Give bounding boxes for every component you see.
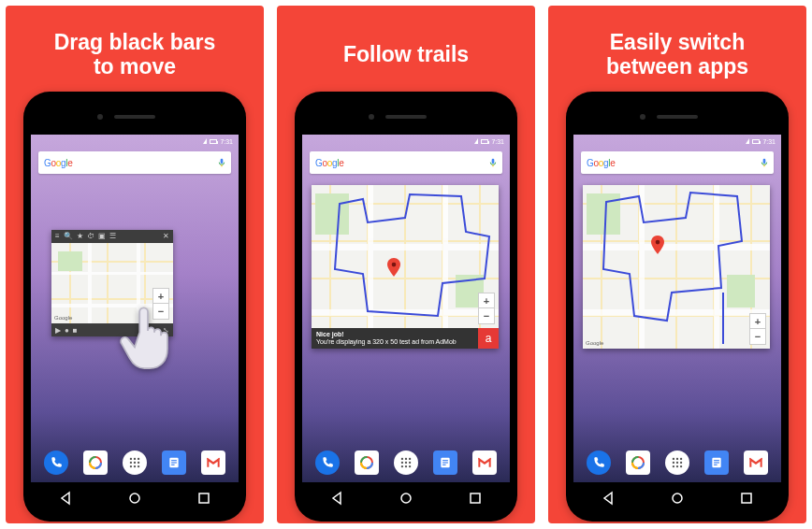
floating-map-window[interactable]: ≡ 🔍 ★ ⏱ ▣ ☰ ✕ Google xyxy=(51,230,173,336)
svg-point-57 xyxy=(676,465,678,467)
nav-recent-button[interactable] xyxy=(196,491,211,506)
svg-point-51 xyxy=(676,458,678,460)
google-search-bar[interactable]: Google xyxy=(310,151,502,174)
panel-1: Drag black bars to move 7:31 Google xyxy=(6,6,264,523)
floating-toolbar[interactable]: ≡ 🔍 ★ ⏱ ▣ ☰ ✕ xyxy=(51,230,173,243)
mic-icon[interactable] xyxy=(761,158,768,167)
status-bar: 7:31 xyxy=(31,135,239,148)
floating-map-window[interactable]: Google + − Nice job! You're displaying a… xyxy=(312,185,499,349)
photo-icon[interactable]: ▣ xyxy=(98,233,106,240)
zoom-controls[interactable]: + − xyxy=(152,288,169,320)
nav-home-button[interactable] xyxy=(399,491,413,506)
apps-drawer-icon[interactable] xyxy=(665,450,689,475)
stop-icon[interactable]: ■ xyxy=(73,326,78,335)
menu-icon[interactable]: ≡ xyxy=(55,233,60,240)
nav-home-button[interactable] xyxy=(127,491,142,506)
camera-app-icon[interactable] xyxy=(626,450,650,475)
gmail-app-icon[interactable] xyxy=(744,450,768,475)
nav-recent-button[interactable] xyxy=(739,491,754,506)
apps-drawer-icon[interactable] xyxy=(123,450,147,475)
map-provider-logo: Google xyxy=(586,340,603,346)
svg-rect-20 xyxy=(199,493,209,503)
gmail-app-icon[interactable] xyxy=(201,450,225,475)
docs-app-icon[interactable] xyxy=(704,450,729,475)
floating-map-window[interactable]: Google + − xyxy=(583,185,770,349)
floating-bottom-toolbar[interactable]: ▶ ● ■ ⤡ xyxy=(51,323,173,336)
zoom-in-button[interactable]: + xyxy=(479,293,494,308)
gmail-app-icon[interactable] xyxy=(472,450,497,475)
phone-app-icon[interactable] xyxy=(44,450,68,475)
android-nav-bar xyxy=(302,482,510,514)
svg-rect-16 xyxy=(171,460,177,461)
zoom-out-button[interactable]: − xyxy=(153,304,168,319)
star-icon[interactable]: ★ xyxy=(77,233,83,240)
battery-icon xyxy=(210,139,217,144)
docs-app-icon[interactable] xyxy=(433,450,457,475)
svg-rect-43 xyxy=(763,159,766,164)
svg-point-30 xyxy=(409,458,411,460)
layers-icon[interactable]: ☰ xyxy=(109,233,116,240)
zoom-controls[interactable]: + − xyxy=(478,293,495,324)
status-bar: 7:31 xyxy=(573,135,781,148)
zoom-controls[interactable]: + − xyxy=(749,313,766,345)
panel-title-2: Follow trails xyxy=(343,26,469,82)
svg-point-63 xyxy=(673,493,682,503)
svg-point-36 xyxy=(409,465,411,467)
play-icon[interactable]: ▶ xyxy=(55,326,61,335)
map-pin-icon[interactable] xyxy=(387,258,400,277)
battery-icon xyxy=(752,139,760,144)
status-time: 7:31 xyxy=(220,138,233,145)
zoom-out-button[interactable]: − xyxy=(750,329,765,344)
status-time: 7:31 xyxy=(491,138,504,145)
phone-screen: 7:31 Google xyxy=(302,135,510,482)
google-logo: Google xyxy=(44,158,72,168)
google-logo: Google xyxy=(587,158,615,168)
ad-headline: Nice job! xyxy=(316,331,478,338)
svg-point-8 xyxy=(138,458,139,460)
docs-app-icon[interactable] xyxy=(162,450,186,475)
svg-point-45 xyxy=(656,239,660,244)
zoom-in-button[interactable]: + xyxy=(750,314,765,329)
svg-point-6 xyxy=(130,458,132,460)
timer-icon[interactable]: ⏱ xyxy=(87,233,94,240)
map-view[interactable]: Google + − xyxy=(51,243,173,323)
phone-app-icon[interactable] xyxy=(587,450,611,475)
gps-trail xyxy=(312,185,499,349)
phone-frame: 7:31 Google ≡ 🔍 xyxy=(23,92,246,522)
dock xyxy=(302,443,510,482)
svg-rect-60 xyxy=(714,460,719,461)
svg-point-52 xyxy=(680,458,682,460)
zoom-out-button[interactable]: − xyxy=(479,308,494,323)
phone-app-icon[interactable] xyxy=(315,450,340,475)
svg-point-23 xyxy=(392,263,397,267)
google-search-bar[interactable]: Google xyxy=(38,151,231,174)
nav-recent-button[interactable] xyxy=(468,491,483,506)
svg-rect-17 xyxy=(171,462,177,463)
camera-app-icon[interactable] xyxy=(83,450,108,475)
search-icon[interactable]: 🔍 xyxy=(64,233,73,240)
map-pin-icon[interactable] xyxy=(651,236,664,254)
apps-drawer-icon[interactable] xyxy=(394,450,418,475)
svg-rect-0 xyxy=(221,159,224,164)
zoom-in-button[interactable]: + xyxy=(153,289,168,304)
nav-home-button[interactable] xyxy=(670,491,685,506)
svg-rect-40 xyxy=(442,465,446,465)
google-logo: Google xyxy=(315,158,343,168)
google-search-bar[interactable]: Google xyxy=(581,151,774,174)
record-icon[interactable]: ● xyxy=(65,326,69,335)
android-nav-bar xyxy=(573,482,781,514)
mic-icon[interactable] xyxy=(218,158,225,167)
camera-app-icon[interactable] xyxy=(355,450,379,475)
admob-banner[interactable]: Nice job! You're displaying a 320 x 50 t… xyxy=(312,328,499,349)
ad-body: You're displaying a 320 x 50 test ad fro… xyxy=(316,338,457,345)
close-icon[interactable]: ✕ xyxy=(163,233,169,240)
map-view[interactable]: Google + − Nice job! You're displaying a… xyxy=(312,185,499,349)
map-view[interactable]: Google + − xyxy=(583,185,770,349)
svg-point-54 xyxy=(676,462,678,464)
nav-back-button[interactable] xyxy=(329,491,344,506)
svg-point-29 xyxy=(405,458,407,460)
mic-icon[interactable] xyxy=(489,158,497,167)
nav-back-button[interactable] xyxy=(58,491,73,506)
nav-back-button[interactable] xyxy=(601,491,616,506)
resize-handle-icon[interactable]: ⤡ xyxy=(163,326,169,335)
